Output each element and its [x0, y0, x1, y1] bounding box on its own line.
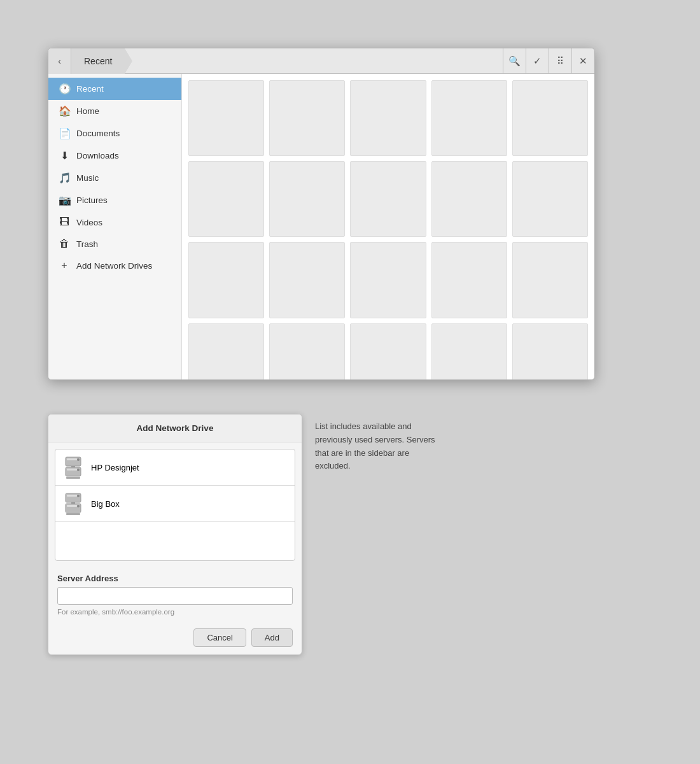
server-item-hp-designjet[interactable]: HP Designjet: [55, 449, 295, 486]
documents-icon: 📄: [59, 127, 70, 139]
file-thumbnail[interactable]: [350, 323, 426, 379]
file-manager-window: ‹ Recent 🔍 ✓ ⠿ ✕ 🕐 Recent 🏠 Home 📄 Docum…: [48, 48, 595, 380]
sidebar-label-add-network: Add Network Drives: [76, 261, 152, 271]
file-thumbnail[interactable]: [269, 242, 345, 318]
file-thumbnail[interactable]: [512, 242, 588, 318]
add-network-dialog: Add Network Drive HP Designjet: [48, 414, 302, 655]
server-list: HP Designjet Big Box: [55, 449, 295, 561]
sidebar-item-home[interactable]: 🏠 Home: [48, 100, 181, 122]
main-content: 🕐 Recent 🏠 Home 📄 Documents ⬇ Downloads …: [48, 74, 594, 379]
server-address-section: Server Address For example, smb://foo.ex…: [48, 567, 302, 621]
add-network-icon: +: [59, 260, 70, 271]
downloads-icon: ⬇: [59, 150, 70, 162]
svg-rect-14: [71, 502, 75, 504]
server-svg-hp: [64, 456, 82, 479]
videos-icon: 🎞: [59, 216, 70, 228]
dialog-title: Add Network Drive: [48, 414, 302, 442]
svg-point-10: [77, 495, 80, 497]
server-icon-bigbox: [63, 492, 83, 515]
home-icon: 🏠: [59, 105, 70, 117]
sidebar-item-trash[interactable]: 🗑 Trash: [48, 233, 181, 255]
add-button[interactable]: Add: [251, 628, 293, 647]
svg-rect-12: [67, 505, 77, 507]
trash-icon: 🗑: [59, 238, 70, 250]
confirm-button[interactable]: ✓: [526, 48, 549, 74]
file-thumbnail[interactable]: [188, 80, 264, 156]
sidebar-item-recent[interactable]: 🕐 Recent: [48, 78, 181, 100]
server-address-label: Server Address: [57, 574, 293, 583]
file-thumbnail[interactable]: [431, 323, 507, 379]
server-address-input[interactable]: [57, 587, 293, 605]
sidebar-item-music[interactable]: 🎵 Music: [48, 167, 181, 189]
back-button[interactable]: ‹: [48, 48, 71, 74]
file-thumbnail[interactable]: [188, 242, 264, 318]
sidebar-label-downloads: Downloads: [76, 151, 119, 160]
svg-rect-6: [71, 466, 75, 467]
title-bar: ‹ Recent 🔍 ✓ ⠿ ✕: [48, 48, 594, 74]
sidebar-label-documents: Documents: [76, 129, 120, 138]
file-thumbnail[interactable]: [350, 161, 426, 237]
server-svg-bigbox: [64, 492, 82, 515]
svg-rect-1: [67, 458, 77, 460]
file-thumbnail[interactable]: [188, 323, 264, 379]
music-icon: 🎵: [59, 172, 70, 184]
server-name-hp: HP Designjet: [91, 463, 139, 472]
cancel-button[interactable]: Cancel: [193, 628, 246, 647]
svg-point-13: [77, 505, 80, 507]
sidebar-item-add-network[interactable]: + Add Network Drives: [48, 255, 181, 276]
file-thumbnail[interactable]: [431, 242, 507, 318]
file-thumbnail[interactable]: [431, 161, 507, 237]
sidebar-label-pictures: Pictures: [76, 195, 108, 205]
svg-rect-4: [67, 469, 77, 470]
window-title: Recent: [71, 48, 125, 74]
svg-rect-7: [66, 477, 80, 479]
sidebar: 🕐 Recent 🏠 Home 📄 Documents ⬇ Downloads …: [48, 74, 182, 379]
dialog-buttons: Cancel Add: [48, 621, 302, 654]
svg-rect-9: [67, 495, 77, 497]
file-thumbnail[interactable]: [350, 242, 426, 318]
sidebar-label-music: Music: [76, 173, 99, 183]
server-name-bigbox: Big Box: [91, 499, 120, 509]
file-thumbnail[interactable]: [512, 80, 588, 156]
search-button[interactable]: 🔍: [503, 48, 526, 74]
server-icon-hp: [63, 456, 83, 479]
file-thumbnail[interactable]: [269, 161, 345, 237]
svg-point-5: [77, 469, 80, 471]
sidebar-label-home: Home: [76, 106, 99, 116]
pictures-icon: 📷: [59, 194, 70, 206]
close-button[interactable]: ✕: [571, 48, 594, 74]
sidebar-label-recent: Recent: [76, 84, 104, 94]
dialog-area: Add Network Drive HP Designjet: [48, 414, 442, 655]
sidebar-item-documents[interactable]: 📄 Documents: [48, 122, 181, 145]
sidebar-label-videos: Videos: [76, 218, 102, 227]
svg-point-2: [77, 458, 80, 461]
file-thumbnail[interactable]: [269, 323, 345, 379]
file-thumbnail[interactable]: [512, 161, 588, 237]
file-thumbnail[interactable]: [188, 161, 264, 237]
empty-server-area: [55, 522, 295, 560]
recent-icon: 🕐: [59, 83, 70, 95]
grid-view-button[interactable]: ⠿: [549, 48, 571, 74]
svg-rect-15: [66, 513, 80, 515]
sidebar-item-pictures[interactable]: 📷 Pictures: [48, 189, 181, 211]
server-address-hint: For example, smb://foo.example.org: [57, 608, 293, 616]
file-thumbnail[interactable]: [431, 80, 507, 156]
file-thumbnail[interactable]: [269, 80, 345, 156]
dialog-helper-text: List includes available and previously u…: [315, 414, 442, 473]
file-thumbnail[interactable]: [512, 323, 588, 379]
server-item-big-box[interactable]: Big Box: [55, 486, 295, 522]
sidebar-item-downloads[interactable]: ⬇ Downloads: [48, 145, 181, 167]
file-grid: [182, 74, 594, 379]
sidebar-item-videos[interactable]: 🎞 Videos: [48, 211, 181, 233]
file-thumbnail[interactable]: [350, 80, 426, 156]
sidebar-label-trash: Trash: [76, 239, 98, 249]
